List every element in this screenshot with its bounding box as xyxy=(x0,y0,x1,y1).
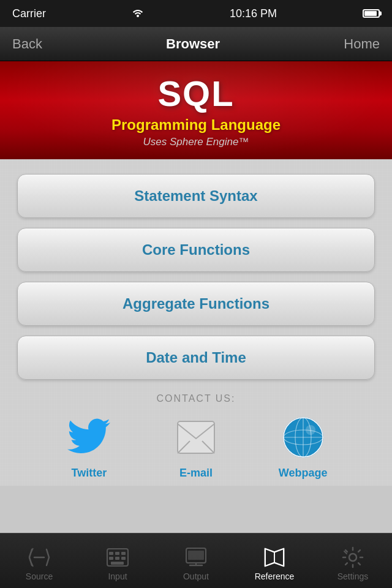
battery-icon xyxy=(363,9,380,18)
core-functions-label: Core Functions xyxy=(142,241,250,258)
email-contact-item[interactable]: E-mail xyxy=(172,413,221,480)
webpage-label: Webpage xyxy=(279,467,328,480)
time-display: 10:16 PM xyxy=(230,7,277,20)
svg-rect-22 xyxy=(188,551,204,560)
svg-rect-16 xyxy=(115,557,119,560)
wifi-icon xyxy=(132,7,144,20)
statement-syntax-label: Statement Syntax xyxy=(134,187,257,205)
email-label: E-mail xyxy=(179,467,213,480)
carrier-text: Carrier xyxy=(12,7,46,20)
input-tab-label: Input xyxy=(108,571,127,581)
twitter-icon xyxy=(64,413,113,462)
svg-rect-15 xyxy=(109,557,113,560)
input-icon xyxy=(106,546,129,569)
svg-rect-12 xyxy=(109,552,113,555)
main-content: Statement Syntax Core Functions Aggregat… xyxy=(0,159,392,486)
core-functions-button[interactable]: Core Functions xyxy=(17,228,375,272)
output-tab-label: Output xyxy=(183,571,209,581)
status-bar: Carrier 10:16 PM xyxy=(0,0,392,27)
settings-tab-label: Settings xyxy=(337,571,369,581)
date-and-time-label: Date and Time xyxy=(146,349,246,366)
hero-title: SQL xyxy=(157,73,234,114)
source-icon xyxy=(28,546,51,569)
reference-tab-label: Reference xyxy=(255,571,295,581)
nav-bar: Back Browser Home xyxy=(0,27,392,61)
tab-bar: Source Input Out xyxy=(0,533,392,588)
contact-icons-row: Twitter E-mail xyxy=(17,413,375,480)
twitter-label: Twitter xyxy=(71,467,107,480)
tab-settings[interactable]: Settings xyxy=(314,541,392,581)
aggregate-functions-label: Aggregate Functions xyxy=(123,295,270,312)
webpage-contact-item[interactable]: Webpage xyxy=(279,413,328,480)
svg-point-24 xyxy=(349,554,356,561)
contact-section: CONTACT US: Twitter xyxy=(17,390,375,480)
svg-point-9 xyxy=(306,425,315,435)
svg-rect-18 xyxy=(111,562,124,565)
back-button[interactable]: Back xyxy=(12,36,42,52)
tab-source[interactable]: Source xyxy=(0,541,78,581)
contact-label: CONTACT US: xyxy=(157,393,236,404)
webpage-icon xyxy=(279,413,328,462)
svg-rect-17 xyxy=(121,557,126,560)
aggregate-functions-button[interactable]: Aggregate Functions xyxy=(17,282,375,326)
reference-icon xyxy=(263,546,286,569)
nav-title: Browser xyxy=(166,36,220,52)
source-tab-label: Source xyxy=(26,571,53,581)
output-icon xyxy=(184,546,208,569)
date-and-time-button[interactable]: Date and Time xyxy=(17,336,375,380)
tab-reference[interactable]: Reference xyxy=(235,541,314,581)
email-icon xyxy=(172,413,221,462)
svg-rect-13 xyxy=(115,552,119,555)
statement-syntax-button[interactable]: Statement Syntax xyxy=(17,174,375,218)
hero-subtitle: Programming Language xyxy=(111,116,281,134)
hero-tagline: Uses Sphere Engine™ xyxy=(143,136,249,148)
home-button[interactable]: Home xyxy=(344,36,380,52)
settings-icon xyxy=(341,546,364,569)
twitter-contact-item[interactable]: Twitter xyxy=(64,413,113,480)
svg-rect-14 xyxy=(121,552,126,555)
hero-banner: SQL Programming Language Uses Sphere Eng… xyxy=(0,61,392,159)
tab-output[interactable]: Output xyxy=(157,541,235,581)
tab-input[interactable]: Input xyxy=(78,541,157,581)
